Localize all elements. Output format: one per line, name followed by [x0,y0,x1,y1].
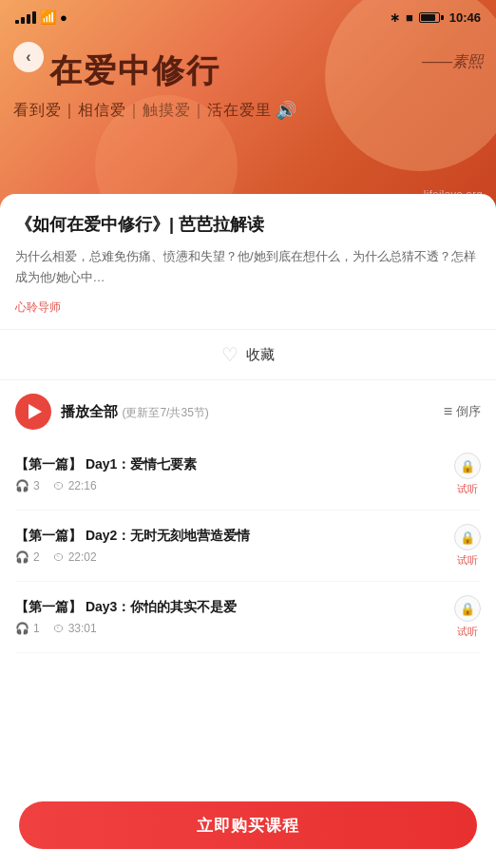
plays-count-3: 1 [33,622,40,635]
episode-right-1: 🔒 试听 [454,453,481,496]
playlist-header: 播放全部 (更新至7/共35节) ≡ 倒序 [15,380,481,439]
sort-label: 倒序 [456,403,481,420]
wifi-icon: 📶 [40,10,56,25]
episode-meta-1: 🎧 3 ⏲ 22:16 [15,479,445,492]
episode-item-2[interactable]: 【第一篇】 Day2：无时无刻地营造爱情 🎧 2 ⏲ 22:02 [15,511,481,582]
clock-icon-3: ⏲ [53,622,65,635]
trial-label-3[interactable]: 试听 [457,625,478,639]
duration-1: 22:16 [68,479,97,492]
purchase-button[interactable]: 立即购买课程 [19,801,477,849]
play-all-button[interactable]: 播放全部 (更新至7/共35节) [15,394,209,430]
episode-title-1: 【第一篇】 Day1：爱情七要素 [15,456,445,473]
headphone-icon-3: 🎧 [15,622,29,635]
plays-meta-2: 🎧 2 [15,550,40,564]
battery-icon [419,12,444,23]
lock-icon-1: 🔒 [460,459,475,473]
status-bar-left: 📶 ● [15,10,67,25]
playlist-section: 播放全部 (更新至7/共35节) ≡ 倒序 【第一篇】 Day1：爱情七要素 🎧 [15,380,481,729]
lock-icon-3: 🔒 [460,602,475,616]
speaker-icon: 🔊 [276,100,297,121]
course-title: 《如何在爱中修行》| 芭芭拉解读 [15,213,481,237]
hero-title: 在爱中修行 [49,49,220,93]
sort-icon: ≡ [444,403,452,420]
headphone-icon-2: 🎧 [15,550,29,564]
teacher-tag[interactable]: 心聆导师 [15,299,61,316]
signal-icon [15,11,36,24]
play-all-meta: (更新至7/共35节) [122,406,208,419]
collect-label: 收藏 [246,346,275,364]
heart-icon: ♡ [221,343,238,366]
hero-tagline: 看到爱｜相信爱｜触摸爱｜活在爱里 🔊 [13,100,297,121]
clock-icon-2: ⏲ [53,550,65,564]
episode-right-3: 🔒 试听 [454,595,481,639]
carrier-icon: ● [60,10,67,25]
plays-count-1: 3 [33,479,40,492]
hero-subtitle: ——素熙 [422,52,483,72]
back-button[interactable]: ‹ [13,42,44,72]
status-bar-right: ∗ ■ 10:46 [390,10,481,25]
lock-circle-3: 🔒 [454,595,481,622]
plays-count-2: 2 [33,550,40,564]
play-circle-icon [15,394,51,430]
content-card: 《如何在爱中修行》| 芭芭拉解读 为什么相爱，总难免伤痛、愤懑和失望？他/她到底… [0,194,496,859]
lock-circle-1: 🔒 [454,453,481,479]
episode-title-2: 【第一篇】 Day2：无时无刻地营造爱情 [15,528,445,545]
course-description: 为什么相爱，总难免伤痛、愤懑和失望？他/她到底在想什么，为什么总猜不透？怎样成为… [15,246,481,288]
trial-label-1[interactable]: 试听 [457,482,478,496]
bluetooth-icon: ∗ [390,10,400,25]
play-triangle-icon [29,404,42,419]
episode-left-2: 【第一篇】 Day2：无时无刻地营造爱情 🎧 2 ⏲ 22:02 [15,528,445,564]
play-all-label: 播放全部 [61,403,118,419]
duration-2: 22:02 [68,550,97,564]
trial-label-2[interactable]: 试听 [457,553,478,568]
lock-circle-2: 🔒 [454,524,481,550]
clock-icon-1: ⏲ [53,479,65,492]
duration-3: 33:01 [68,622,97,635]
duration-meta-1: ⏲ 22:16 [53,479,97,492]
bottom-bar: 立即购买课程 [0,790,496,868]
episode-meta-2: 🎧 2 ⏲ 22:02 [15,550,445,564]
plays-meta-3: 🎧 1 [15,622,40,635]
sort-button[interactable]: ≡ 倒序 [444,403,481,420]
collect-area[interactable]: ♡ 收藏 [15,330,481,379]
duration-meta-2: ⏲ 22:02 [53,550,97,564]
episode-list: 【第一篇】 Day1：爱情七要素 🎧 3 ⏲ 22:16 [15,439,481,729]
back-arrow-icon: ‹ [26,48,30,66]
status-bar: 📶 ● ∗ ■ 10:46 [0,0,496,34]
signal-bar-icon: ■ [406,10,413,25]
lock-icon-2: 🔒 [460,530,475,545]
episode-item-1[interactable]: 【第一篇】 Day1：爱情七要素 🎧 3 ⏲ 22:16 [15,439,481,511]
episode-left-3: 【第一篇】 Day3：你怕的其实不是爱 🎧 1 ⏲ 33:01 [15,599,445,635]
episode-title-3: 【第一篇】 Day3：你怕的其实不是爱 [15,599,445,616]
headphone-icon-1: 🎧 [15,479,29,492]
play-all-info: 播放全部 (更新至7/共35节) [61,403,209,421]
episode-left-1: 【第一篇】 Day1：爱情七要素 🎧 3 ⏲ 22:16 [15,456,445,492]
duration-meta-3: ⏲ 33:01 [53,622,97,635]
clock-display: 10:46 [449,10,481,25]
plays-meta-1: 🎧 3 [15,479,40,492]
episode-right-2: 🔒 试听 [454,524,481,568]
episode-item-3[interactable]: 【第一篇】 Day3：你怕的其实不是爱 🎧 1 ⏲ 33:01 [15,582,481,653]
episode-meta-3: 🎧 1 ⏲ 33:01 [15,622,445,635]
